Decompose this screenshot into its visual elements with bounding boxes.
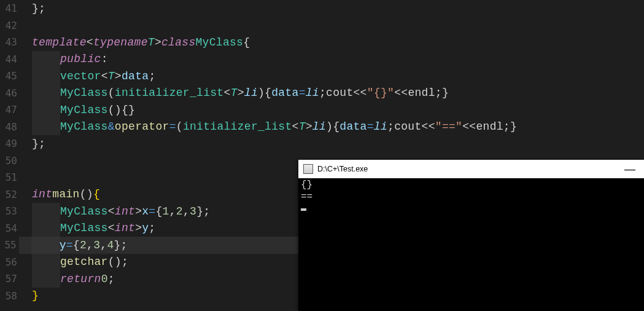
code-content[interactable]: MyClass& operator=(initializer_list<T> l…: [20, 119, 517, 136]
code-content[interactable]: MyClass(initializer_list<T> li){data=li;…: [20, 85, 449, 102]
minimize-button[interactable]: —: [616, 160, 644, 178]
code-line[interactable]: 44public:: [0, 51, 644, 68]
line-number: 56: [0, 256, 20, 268]
line-number: 54: [0, 222, 20, 234]
code-content[interactable]: getchar();: [20, 254, 128, 271]
line-number: 45: [0, 70, 20, 82]
line-number: 58: [0, 290, 20, 302]
console-output: {} ==: [298, 178, 644, 215]
code-line[interactable]: 43template<typename T> class MyClass{: [0, 34, 644, 51]
code-line[interactable]: 42: [0, 17, 644, 34]
code-line[interactable]: 46MyClass(initializer_list<T> li){data=l…: [0, 85, 644, 102]
line-number: 57: [0, 273, 20, 285]
code-line[interactable]: 47MyClass(){}: [0, 101, 644, 119]
code-line[interactable]: 49};: [0, 135, 644, 152]
line-number: 44: [0, 53, 20, 65]
console-window: D:\C+\Test.exe — {} ==: [298, 160, 644, 311]
line-number: 46: [0, 87, 20, 99]
line-number: 50: [0, 155, 20, 167]
line-number: 51: [0, 171, 20, 183]
line-number: 47: [0, 104, 20, 116]
code-content[interactable]: public:: [20, 51, 108, 68]
code-line[interactable]: 41};: [0, 0, 644, 17]
line-number: 55: [0, 239, 19, 251]
code-content[interactable]: }: [20, 289, 39, 302]
line-number: 41: [0, 2, 20, 14]
console-titlebar[interactable]: D:\C+\Test.exe —: [298, 160, 644, 178]
code-content[interactable]: MyClass<int> x={1,2,3};: [20, 203, 210, 220]
console-title: D:\C+\Test.exe: [317, 165, 616, 173]
code-content[interactable]: return 0;: [20, 270, 115, 288]
line-number: 43: [0, 36, 20, 48]
code-content[interactable]: };: [20, 138, 45, 150]
code-content[interactable]: template<typename T> class MyClass{: [20, 36, 250, 49]
line-number: 48: [0, 121, 20, 133]
line-number: 53: [0, 205, 20, 217]
code-content[interactable]: MyClass(){}: [20, 101, 135, 119]
code-line[interactable]: 45vector<T> data;: [0, 68, 644, 85]
line-number: 49: [0, 138, 20, 149]
code-line[interactable]: 48MyClass& operator=(initializer_list<T>…: [0, 119, 644, 136]
line-number: 52: [0, 189, 20, 200]
code-content[interactable]: int main() {: [20, 188, 100, 200]
console-cursor: [301, 208, 306, 211]
app-icon: [303, 164, 313, 174]
line-number: 42: [0, 20, 20, 31]
code-content[interactable]: vector<T> data;: [20, 68, 155, 85]
code-content[interactable]: MyClass<int> y;: [20, 220, 155, 237]
code-content[interactable]: };: [20, 2, 45, 15]
